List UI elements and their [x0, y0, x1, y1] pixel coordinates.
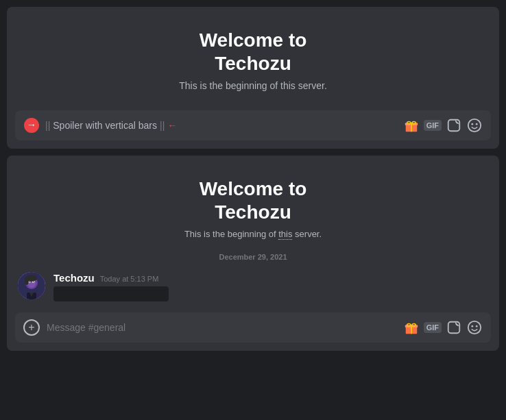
arrow-left-indicator: ← — [167, 120, 177, 131]
svg-rect-4 — [411, 123, 412, 132]
timestamp: Today at 5:13 PM — [100, 275, 159, 283]
bottom-welcome-title: Welcome to Techozu — [21, 177, 485, 223]
message-header: Techozu Today at 5:13 PM — [53, 272, 488, 284]
svg-point-17 — [34, 282, 35, 283]
emoji-icon — [467, 118, 482, 133]
add-content-button[interactable]: → — [23, 117, 40, 134]
bottom-beginning-text: This is the beginning of this server. — [21, 229, 485, 239]
date-divider: December 29, 2021 — [7, 253, 499, 261]
add-attachment-button[interactable]: + — [23, 319, 40, 336]
svg-point-29 — [471, 325, 473, 328]
svg-point-19 — [25, 277, 29, 285]
message-item: Techozu Today at 5:13 PM — [7, 269, 499, 307]
top-message-input-bar: → || Spoiler with vertical bars || ← G — [15, 110, 491, 140]
avatar — [18, 272, 45, 299]
bottom-emoji-icon — [467, 320, 482, 335]
spoiler-input-area[interactable]: || Spoiler with vertical bars || ← — [45, 120, 398, 131]
message-spoiler-block[interactable] — [53, 286, 169, 301]
top-welcome-title: Welcome to Techozu — [21, 29, 485, 75]
top-welcome-line1: Welcome to — [200, 29, 307, 51]
svg-point-26 — [412, 324, 416, 327]
sticker-button[interactable] — [446, 117, 462, 134]
add-content-icon: → — [23, 117, 40, 134]
bottom-welcome-section: Welcome to Techozu This is the beginning… — [7, 156, 499, 250]
bottom-gif-button[interactable]: GIF — [424, 322, 442, 333]
bottom-welcome-line2: Techozu — [215, 201, 291, 223]
gift-button[interactable] — [403, 117, 420, 134]
svg-rect-27 — [448, 322, 460, 334]
bottom-welcome-line1: Welcome to — [200, 178, 307, 199]
emoji-button[interactable] — [466, 117, 483, 134]
spoiler-bars-right: || — [160, 120, 165, 131]
plus-icon: + — [28, 321, 34, 334]
svg-point-10 — [476, 123, 478, 125]
bottom-sticker-icon — [446, 320, 461, 335]
svg-point-28 — [468, 321, 481, 334]
bottom-gift-button[interactable] — [403, 319, 420, 336]
svg-text:→: → — [27, 119, 36, 130]
gift-icon — [404, 118, 419, 133]
bottom-sticker-button[interactable] — [446, 319, 462, 336]
gif-button[interactable]: GIF — [424, 120, 442, 131]
svg-point-8 — [468, 119, 481, 132]
bottom-toolbar-icons: GIF — [403, 319, 483, 336]
bottom-input-bar: + Message #general GIF — [15, 312, 491, 343]
bottom-gift-icon — [404, 320, 419, 335]
bottom-panel: Welcome to Techozu This is the beginning… — [7, 156, 499, 351]
top-welcome-line2: Techozu — [215, 53, 291, 74]
svg-point-25 — [407, 324, 411, 327]
top-toolbar-icons: GIF — [403, 117, 483, 134]
message-input[interactable]: Message #general — [47, 322, 396, 333]
top-beginning-text: This is the beginning of this server. — [21, 80, 485, 91]
spoiler-text: Spoiler with vertical bars — [53, 120, 157, 131]
bottom-emoji-button[interactable] — [466, 319, 483, 336]
avatar-image — [18, 272, 45, 299]
sticker-icon — [446, 118, 461, 133]
username: Techozu — [53, 272, 95, 284]
svg-point-9 — [471, 123, 473, 125]
spoiler-bars-left: || — [45, 120, 50, 131]
svg-rect-24 — [411, 325, 412, 334]
message-content: Techozu Today at 5:13 PM — [53, 272, 488, 301]
svg-rect-7 — [448, 120, 460, 132]
top-panel: Welcome to Techozu This is the beginning… — [7, 7, 499, 149]
top-welcome-section: Welcome to Techozu This is the beginning… — [7, 7, 499, 105]
svg-point-30 — [476, 325, 478, 328]
